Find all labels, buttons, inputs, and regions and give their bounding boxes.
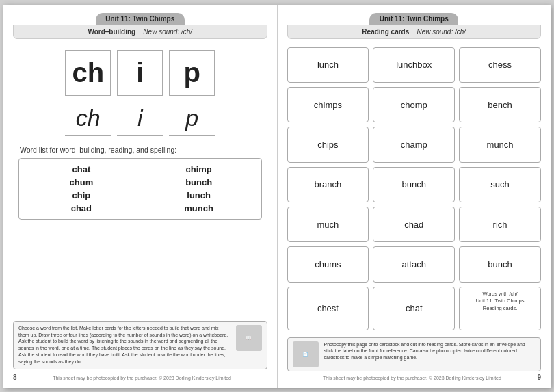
- cursive-p: p: [169, 102, 215, 136]
- cursive-i: i: [117, 102, 163, 136]
- card-chess: chess: [459, 47, 541, 83]
- right-instruction-image: 📄: [293, 341, 319, 367]
- card-chomp: chomp: [373, 87, 455, 122]
- card-much: much: [287, 207, 369, 242]
- card-such: such: [459, 167, 541, 202]
- left-subtitle-sound: New sound: /ch/: [143, 28, 192, 36]
- card-bench: bench: [459, 87, 541, 122]
- card-lunchbox: lunchbox: [373, 47, 455, 83]
- right-page-number: 9: [537, 374, 541, 381]
- card-chimps: chimps: [287, 87, 369, 122]
- card-note: Words with /ch/Unit 11: Twin ChimpsReadi…: [459, 287, 541, 330]
- card-chips: chips: [287, 127, 369, 162]
- word-lunch: lunch: [144, 190, 254, 200]
- word-bunch: bunch: [144, 177, 254, 187]
- left-instruction-text: Choose a word from the list. Make letter…: [18, 325, 230, 365]
- right-subtitle-label: Reading cards: [362, 28, 409, 36]
- reading-cards-grid: lunch lunchbox chess chimps chomp bench …: [287, 47, 542, 330]
- right-instruction-box: 📄 Photocopy this page onto cardstock and…: [287, 337, 542, 371]
- right-subtitle-bar: Reading cards New sound: /ch/: [287, 25, 542, 39]
- right-photocopy: This sheet may be photocopied by the pur…: [287, 376, 538, 380]
- word-munch: munch: [144, 203, 254, 213]
- word-chip: chip: [26, 190, 137, 200]
- word-chat: chat: [26, 164, 137, 174]
- right-subtitle-sound: New sound: /ch/: [417, 28, 466, 36]
- left-subtitle-bar: Word–building New sound: /ch/: [13, 25, 267, 39]
- letter-box-ch: ch: [65, 50, 111, 96]
- word-chum: chum: [26, 177, 137, 187]
- left-photocopy: This sheet may be photocopied by the pur…: [17, 376, 267, 380]
- letter-box-i: i: [117, 50, 163, 96]
- card-chest: chest: [287, 287, 369, 330]
- letter-box-p: p: [169, 50, 215, 96]
- card-chat: chat: [373, 287, 455, 330]
- card-lunch: lunch: [287, 47, 369, 83]
- word-chad: chad: [26, 203, 137, 213]
- card-bunch: bunch: [373, 167, 455, 202]
- card-champ: champ: [373, 127, 455, 162]
- right-instruction-text: Photocopy this page onto cardstock and c…: [324, 341, 536, 361]
- word-chimp: chimp: [144, 164, 254, 174]
- left-instruction-box: Choose a word from the list. Make letter…: [13, 321, 267, 369]
- right-tab-header: Unit 11: Twin Chimps: [369, 13, 458, 25]
- card-rich: rich: [459, 207, 541, 242]
- word-list-label: Word list for word–building, reading, an…: [20, 146, 267, 154]
- left-instruction-image: 📖: [236, 325, 262, 351]
- left-tab-header: Unit 11: Twin Chimps: [96, 13, 185, 25]
- card-attach: attach: [373, 246, 455, 282]
- left-subtitle-label: Word–building: [88, 28, 135, 36]
- card-chad: chad: [373, 207, 455, 242]
- card-chums: chums: [287, 246, 369, 282]
- left-page: Unit 11: Twin Chimps Word–building New s…: [3, 5, 278, 388]
- card-bunch2: bunch: [459, 246, 541, 282]
- card-branch: branch: [287, 167, 369, 202]
- letter-cursive-row: ch i p: [13, 102, 267, 136]
- word-list-box: chat chimp chum bunch chip lunch chad mu…: [18, 158, 262, 220]
- card-munch: munch: [459, 127, 541, 162]
- cursive-ch: ch: [65, 102, 111, 136]
- right-page: Unit 11: Twin Chimps Reading cards New s…: [278, 5, 551, 388]
- letter-boxes-row: ch i p: [13, 50, 267, 96]
